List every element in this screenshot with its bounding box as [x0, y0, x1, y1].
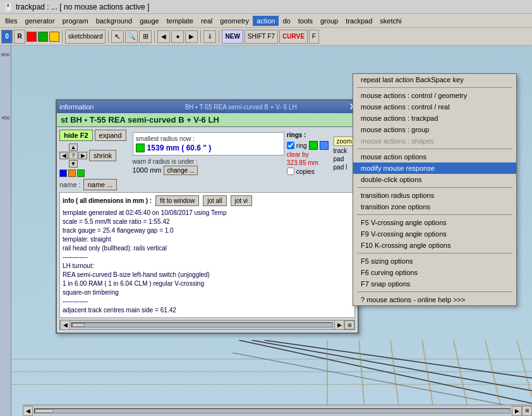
copies-checkbox[interactable] — [287, 168, 294, 175]
info-line-0: template generated at 02:45:40 on 10/08/… — [63, 209, 352, 217]
dd-item-f10-kcross[interactable]: F10 K-crossing angle options — [353, 240, 516, 251]
toolbar-shift-f7-btn[interactable]: SHIFT F7 — [245, 30, 278, 44]
grid-icon[interactable]: ⊞ — [139, 30, 152, 43]
dd-item-ma-trackpad[interactable]: mouse actions : trackpad — [353, 113, 516, 124]
dd-item-f6-curving[interactable]: F6 curving options — [353, 267, 516, 278]
expand-btn[interactable]: expand — [95, 130, 126, 141]
toolbar-zero-btn[interactable]: 0 — [1, 30, 13, 44]
dialog-title-text: information — [59, 103, 94, 111]
nav-up-icon[interactable]: ▲ — [69, 144, 78, 151]
help-icon[interactable]: ? — [69, 152, 78, 159]
nav-left-icon[interactable]: ◀ — [59, 152, 68, 159]
menu-files[interactable]: files — [1, 16, 21, 26]
scroll-right-btn[interactable]: ▶ — [334, 320, 344, 330]
copies-label: copies — [296, 168, 315, 175]
forward-icon[interactable]: ▶ — [185, 30, 198, 43]
scroll-thumb — [72, 323, 85, 327]
dd-item-f7-snap[interactable]: F7 snap options — [353, 278, 516, 290]
info-line-10: ------------ — [63, 297, 352, 306]
jot-vi-btn[interactable]: jot vi — [231, 195, 253, 206]
dialog-scrollbar: ◀ ▶ ⊞ — [59, 320, 355, 330]
circle-icon[interactable]: ● — [171, 30, 184, 43]
color-green2-box[interactable] — [77, 169, 85, 177]
nav-right-icon[interactable]: ▶ — [78, 152, 87, 159]
menu-sketchi[interactable]: sketchi — [376, 16, 405, 26]
shrink-btn[interactable]: shrink — [89, 150, 116, 161]
scroll-left-btn[interactable]: ◀ — [60, 320, 70, 330]
dd-item-ma-geometry[interactable]: mouse actions : control / geometry — [353, 90, 516, 101]
nav-down-icon[interactable]: ▼ — [69, 160, 78, 168]
menu-tools[interactable]: tools — [294, 16, 317, 26]
dd-item-tr-radius[interactable]: transition radius options — [353, 190, 516, 201]
menu-geometry[interactable]: geometry — [216, 16, 253, 26]
dd-item-dbl-click[interactable]: double-click options — [353, 174, 516, 185]
zoom-icon[interactable]: 🔍 — [125, 30, 138, 43]
menu-program[interactable]: program — [59, 16, 92, 26]
down-arrows-icon[interactable]: ⇓ — [203, 30, 216, 43]
toolbar-sketchboard-btn[interactable]: sketchboard — [65, 30, 106, 44]
jot-all-btn[interactable]: jot all — [203, 195, 226, 206]
dd-item-f5-vcross[interactable]: F5 V-crossing angle options — [353, 217, 516, 228]
canvas-area: information BH • T-55 REA semi-curved B … — [11, 46, 532, 416]
dd-sep-4 — [357, 214, 512, 215]
zoom-btn[interactable]: zoom — [334, 137, 355, 146]
cursor-icon[interactable]: ↖ — [111, 30, 124, 43]
right-controls: zoom track pad pad l — [334, 137, 355, 171]
hide-btn[interactable]: hide F2 — [59, 130, 93, 141]
dd-item-tr-zone[interactable]: transition zone options — [353, 201, 516, 212]
dd-item-f5-sizing[interactable]: F5 sizing options — [353, 255, 516, 267]
dd-item-ma-real[interactable]: mouse actions : control / real — [353, 101, 516, 113]
menu-template[interactable]: template — [163, 16, 197, 26]
info-line-6: LH turnout: — [63, 262, 352, 271]
menu-background[interactable]: background — [92, 16, 136, 26]
ruler-mark-450: 450 — [1, 115, 9, 121]
warn-section: warn if radius is under : 1000 mm change… — [133, 158, 284, 175]
color-red-box[interactable] — [27, 32, 37, 42]
dd-item-f9-vcross[interactable]: F9 V-crossing angle options — [353, 228, 516, 240]
menu-group[interactable]: group — [317, 16, 342, 26]
dd-item-repeat[interactable]: repeat last action BackSpace key — [353, 74, 516, 85]
change-btn[interactable]: change ... — [164, 166, 198, 175]
bottom-scroll-track[interactable] — [34, 408, 511, 413]
toolbar-curve-btn[interactable]: CURVE — [279, 30, 308, 44]
fit-window-btn[interactable]: fit to window — [155, 195, 199, 206]
dd-item-modify-mouse[interactable]: modify mouse response — [353, 162, 516, 174]
form-row-1: hide F2 expand ▲ ◀ ? ▶ ▼ — [59, 130, 355, 177]
color-green-box[interactable] — [38, 32, 48, 42]
info-line-3: template: straight — [63, 235, 352, 244]
color-yellow-box[interactable] — [49, 32, 59, 42]
dd-sep-2 — [357, 149, 512, 149]
dd-item-help[interactable]: ? mouse actions - online help >>> — [353, 294, 516, 305]
menu-real[interactable]: real — [197, 16, 216, 26]
toolbar-new-btn[interactable]: NEW — [222, 30, 243, 44]
menu-generator[interactable]: generator — [21, 16, 59, 26]
menu-action[interactable]: action — [253, 16, 279, 26]
clear-value: 323.85 mm — [287, 159, 329, 166]
ring-checkbox[interactable] — [287, 142, 294, 149]
info-line-7: REA semi-curved B-size left-hand switch … — [63, 271, 352, 279]
menu-do[interactable]: do — [279, 16, 294, 26]
menu-gauge[interactable]: gauge — [136, 16, 163, 26]
info-section: info ( all dimensions in mm ) : fit to w… — [59, 192, 355, 318]
dd-item-ma-options[interactable]: mouse action options — [353, 151, 516, 162]
color-blue-box[interactable] — [59, 169, 67, 177]
toolbar-f-btn[interactable]: F — [309, 30, 319, 44]
ruler-left: 600 450 — [0, 46, 11, 416]
scroll-track[interactable] — [71, 322, 333, 327]
dialog-info-title: BH • T-55 REA semi-curved B + V- 6 LH — [185, 104, 297, 111]
name-btn[interactable]: name ... — [83, 179, 118, 190]
menu-trackpad[interactable]: trackpad — [342, 16, 376, 26]
bottom-scroll-right[interactable]: ▶ — [512, 406, 522, 416]
bottom-scroll-corner[interactable]: ⊞ — [522, 406, 532, 416]
color-orange-box[interactable] — [68, 169, 76, 177]
ring-row: ring — [287, 141, 329, 150]
copies-row: copies — [287, 168, 329, 175]
toolbar-r-btn[interactable]: R — [14, 30, 25, 44]
info-line-1: scale = 5.5 mm/ft scale ratio = 1:55.42 — [63, 217, 352, 226]
dd-item-ma-group[interactable]: mouse actions : group — [353, 124, 516, 135]
bottom-scroll-left[interactable]: ◀ — [23, 406, 33, 416]
pad-label2: pad l — [334, 164, 355, 171]
ring-green-box — [309, 141, 318, 150]
back-icon[interactable]: ◀ — [157, 30, 170, 43]
scroll-size-btn[interactable]: ⊞ — [344, 321, 354, 329]
